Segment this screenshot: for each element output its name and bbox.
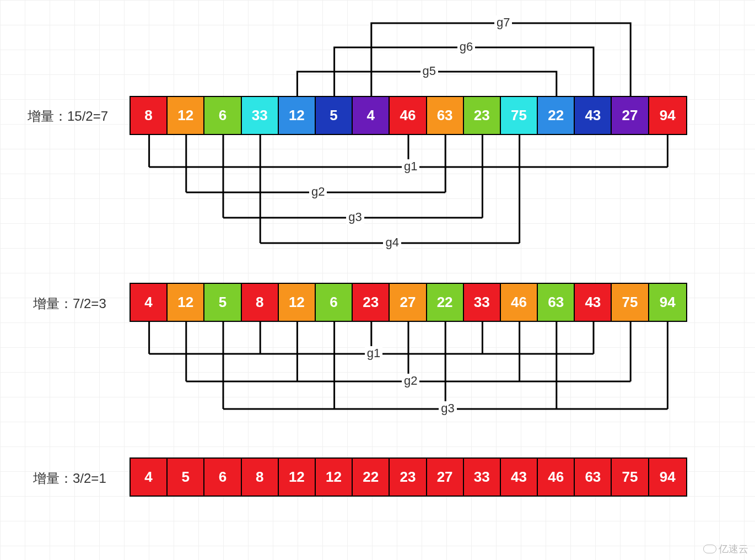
array-cell: 94 xyxy=(649,97,686,134)
array-cell: 23 xyxy=(353,284,390,321)
connector-label: g2 xyxy=(402,374,419,388)
array-cell: 8 xyxy=(131,97,168,134)
array-cell: 4 xyxy=(353,97,390,134)
section-label: 增量：3/2=1 xyxy=(33,470,106,487)
array-cell: 23 xyxy=(464,97,501,134)
watermark: 亿速云 xyxy=(703,542,748,556)
array-cell: 27 xyxy=(612,97,649,134)
array-cell: 63 xyxy=(575,459,612,496)
array-cell: 63 xyxy=(427,97,464,134)
array-cell: 46 xyxy=(538,459,575,496)
watermark-text: 亿速云 xyxy=(719,542,748,556)
array-cell: 33 xyxy=(242,97,279,134)
connector-label: g1 xyxy=(402,159,419,174)
array-cell: 6 xyxy=(316,284,353,321)
array-cell: 12 xyxy=(316,459,353,496)
connector-label: g7 xyxy=(494,15,512,30)
array-cell: 8 xyxy=(242,459,279,496)
array-cell: 46 xyxy=(501,284,538,321)
array-cell: 12 xyxy=(168,97,204,134)
array-cell: 43 xyxy=(501,459,538,496)
array-cell: 43 xyxy=(575,284,612,321)
array-cell: 75 xyxy=(501,97,538,134)
connector-label: g3 xyxy=(346,210,364,224)
connector-label: g2 xyxy=(309,185,327,199)
array-cell: 43 xyxy=(575,97,612,134)
array-cell: 27 xyxy=(390,284,427,321)
connector-label: g6 xyxy=(457,40,475,54)
array-cell: 6 xyxy=(204,97,241,134)
array-cell: 12 xyxy=(279,97,316,134)
array-cell: 33 xyxy=(464,459,501,496)
array-cell: 6 xyxy=(204,459,241,496)
array-cell: 4 xyxy=(131,284,168,321)
array-cell: 8 xyxy=(242,284,279,321)
array-cell: 12 xyxy=(279,284,316,321)
array-cell: 63 xyxy=(538,284,575,321)
watermark-icon xyxy=(703,545,716,553)
array-cell: 5 xyxy=(316,97,353,134)
connector-label: g3 xyxy=(439,401,456,416)
array-cell: 94 xyxy=(649,459,686,496)
array-cell: 22 xyxy=(427,284,464,321)
array-cell: 27 xyxy=(427,459,464,496)
array-cell: 4 xyxy=(131,459,168,496)
array-cell: 22 xyxy=(538,97,575,134)
array-cell: 5 xyxy=(168,459,204,496)
connector-label: g4 xyxy=(383,235,401,250)
array-cell: 12 xyxy=(168,284,204,321)
array-row: 45681212222327334346637594 xyxy=(130,457,687,497)
section-label: 增量：15/2=7 xyxy=(28,107,108,125)
section-label: 增量：7/2=3 xyxy=(33,295,106,313)
connector-label: g5 xyxy=(420,64,438,78)
array-cell: 33 xyxy=(464,284,501,321)
array-cell: 5 xyxy=(204,284,241,321)
array-row: 81263312544663237522432794 xyxy=(130,96,687,135)
connector-label: g1 xyxy=(365,346,382,360)
array-cell: 22 xyxy=(353,459,390,496)
array-cell: 23 xyxy=(390,459,427,496)
array-cell: 75 xyxy=(612,284,649,321)
array-cell: 46 xyxy=(390,97,427,134)
array-row: 41258126232722334663437594 xyxy=(130,283,687,322)
array-cell: 75 xyxy=(612,459,649,496)
array-cell: 94 xyxy=(649,284,686,321)
array-cell: 12 xyxy=(279,459,316,496)
